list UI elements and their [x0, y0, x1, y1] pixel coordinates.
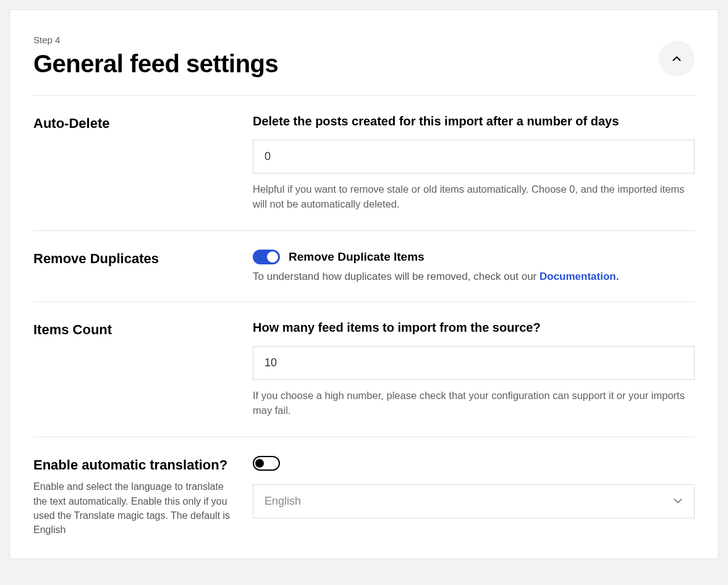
language-select[interactable]: English: [253, 484, 695, 518]
section-right: Remove Duplicate Items To understand how…: [253, 250, 695, 283]
section-left: Remove Duplicates: [33, 250, 253, 269]
toggle-knob: [267, 251, 278, 263]
section-left: Items Count: [33, 321, 253, 340]
panel-header: Step 4 General feed settings: [33, 35, 695, 95]
items-count-label: Items Count: [33, 321, 234, 340]
section-left: Enable automatic translation? Enable and…: [33, 456, 253, 537]
section-left: Auto-Delete: [33, 114, 253, 133]
remove-duplicates-doc-line: To understand how duplicates will be rem…: [253, 271, 695, 283]
remove-duplicates-label: Remove Duplicates: [33, 250, 234, 269]
chevron-up-icon: [670, 52, 684, 65]
collapse-button[interactable]: [659, 41, 695, 77]
section-right: Delete the posts created for this import…: [253, 114, 695, 212]
section-items-count: Items Count How many feed items to impor…: [33, 302, 695, 437]
panel-title: General feed settings: [33, 50, 278, 78]
items-count-input[interactable]: [253, 346, 695, 380]
translation-toggle-row: [253, 456, 695, 471]
section-remove-duplicates: Remove Duplicates Remove Duplicate Items…: [33, 231, 695, 302]
remove-duplicates-toggle-label: Remove Duplicate Items: [289, 250, 425, 264]
translation-subtext: Enable and select the language to transl…: [33, 479, 234, 537]
header-text-block: Step 4 General feed settings: [33, 35, 278, 95]
translation-label: Enable automatic translation?: [33, 456, 234, 475]
section-right: English: [253, 456, 695, 518]
translation-toggle[interactable]: [253, 456, 280, 471]
auto-delete-label: Auto-Delete: [33, 114, 234, 133]
general-feed-settings-panel: Step 4 General feed settings Auto-Delete…: [9, 9, 719, 559]
auto-delete-field-title: Delete the posts created for this import…: [253, 114, 695, 128]
section-right: How many feed items to import from the s…: [253, 321, 695, 418]
step-label: Step 4: [33, 35, 278, 45]
remove-duplicates-toggle-row: Remove Duplicate Items: [253, 250, 695, 264]
toggle-knob: [255, 459, 264, 468]
section-translation: Enable automatic translation? Enable and…: [33, 437, 695, 537]
language-select-wrap: English: [253, 484, 695, 518]
auto-delete-help: Helpful if you want to remove stale or o…: [253, 182, 695, 212]
documentation-link[interactable]: Documentation.: [540, 271, 619, 282]
doc-prefix: To understand how duplicates will be rem…: [253, 271, 540, 282]
auto-delete-input[interactable]: [253, 140, 695, 174]
items-count-field-title: How many feed items to import from the s…: [253, 321, 695, 335]
section-auto-delete: Auto-Delete Delete the posts created for…: [33, 96, 695, 231]
items-count-help: If you choose a high number, please chec…: [253, 389, 695, 418]
remove-duplicates-toggle[interactable]: [253, 250, 280, 264]
